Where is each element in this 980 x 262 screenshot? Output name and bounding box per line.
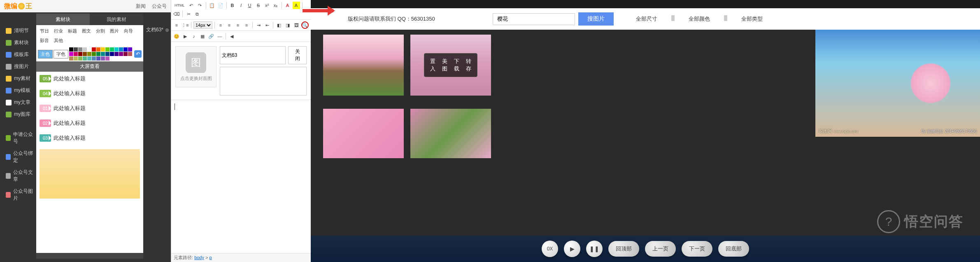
search-input[interactable] — [493, 13, 575, 25]
copy-icon[interactable]: ⧉ — [193, 10, 201, 18]
action-save[interactable]: 转存 — [466, 58, 471, 73]
color-swatch[interactable] — [69, 56, 73, 61]
sidebar-item2-2[interactable]: 公众号文章 — [4, 166, 36, 185]
doc-title-input[interactable] — [220, 46, 286, 64]
sidebar-item-1[interactable]: 素材块 — [4, 37, 36, 49]
image-result[interactable] — [323, 35, 404, 96]
undo-icon[interactable]: ↶ — [134, 50, 142, 58]
html-source-btn[interactable]: HTML — [173, 2, 186, 9]
illustration-template[interactable] — [40, 149, 140, 199]
image-result[interactable] — [323, 109, 404, 158]
sidebar-item-7[interactable]: my图库 — [4, 108, 36, 120]
color-swatch[interactable] — [78, 52, 82, 56]
image-result[interactable] — [410, 109, 491, 158]
path-body-link[interactable]: body — [194, 255, 204, 260]
color-swatch[interactable] — [78, 47, 82, 51]
text-color-icon[interactable]: A — [284, 2, 291, 9]
sidebar-item-2[interactable]: 模板库 — [4, 49, 36, 61]
cut-icon[interactable]: ✂ — [185, 10, 192, 18]
color-swatch[interactable] — [78, 56, 82, 61]
play-icon[interactable]: ▶ — [564, 241, 580, 257]
title-template[interactable]: 02此处输入标题 — [40, 119, 140, 127]
undo-icon[interactable]: ↶ — [188, 2, 195, 9]
color-swatch[interactable] — [74, 52, 78, 56]
filter-type[interactable]: 全部类型 — [740, 15, 764, 23]
emoji-icon[interactable]: 😊 — [173, 33, 180, 40]
color-swatch[interactable] — [101, 52, 105, 56]
hr-icon[interactable]: — — [216, 33, 223, 40]
main-color-btn[interactable]: 主色 — [38, 50, 53, 58]
clear-format-icon[interactable]: ⌫ — [173, 10, 180, 18]
search-button[interactable]: 搜图片 — [578, 12, 614, 26]
link-icon[interactable]: 🔗 — [207, 33, 215, 40]
color-swatch[interactable] — [114, 47, 119, 51]
doc-tab[interactable]: 文档63* ⊗ — [146, 26, 169, 33]
paste-text-icon[interactable]: 📄 — [217, 2, 224, 9]
sidebar-item2-3[interactable]: 公众号图片 — [4, 185, 36, 204]
color-swatch[interactable] — [83, 47, 87, 51]
action-insert[interactable]: 置入 — [430, 58, 435, 73]
color-swatch[interactable] — [114, 52, 119, 56]
image-preview[interactable]: 昵图网 www.nipic.com By 安娜贝拉 20140805173956 — [815, 30, 980, 137]
italic-icon[interactable]: I — [237, 2, 245, 9]
preview-area[interactable]: 05此处输入标题04此处输入标题01此处输入标题02此处输入标题03此处输入标题 — [36, 72, 143, 253]
close-icon[interactable]: ⊗ — [165, 27, 169, 33]
color-swatch[interactable] — [105, 52, 109, 56]
color-swatch[interactable] — [83, 56, 87, 61]
ordered-list-icon[interactable]: ≡ — [173, 21, 180, 29]
color-swatch[interactable] — [110, 52, 114, 56]
category-0[interactable]: 节日 — [38, 27, 51, 35]
title-template[interactable]: 03此处输入标题 — [40, 134, 140, 142]
color-swatch[interactable] — [69, 52, 73, 56]
editor-body[interactable] — [171, 100, 311, 262]
align-left-icon[interactable]: ≡ — [217, 21, 224, 29]
color-swatch[interactable] — [119, 52, 123, 56]
category-3[interactable]: 图文 — [80, 27, 93, 35]
color-swatch[interactable] — [96, 56, 100, 61]
color-swatch[interactable] — [69, 47, 73, 51]
link-wechat[interactable]: 公众号 — [152, 3, 167, 10]
float-right-icon[interactable]: ◨ — [284, 21, 291, 29]
indent-icon[interactable]: ⇥ — [255, 21, 262, 29]
category-8[interactable]: 其他 — [52, 36, 65, 45]
color-swatch[interactable] — [96, 47, 100, 51]
color-swatch[interactable] — [110, 47, 114, 51]
title-template[interactable]: 01此处输入标题 — [40, 105, 140, 112]
category-5[interactable]: 图片 — [108, 27, 121, 35]
category-4[interactable]: 分割 — [94, 27, 107, 35]
color-swatch[interactable] — [119, 47, 123, 51]
title-template[interactable]: 05此处输入标题 — [40, 75, 140, 82]
underline-icon[interactable]: U — [246, 2, 254, 9]
search-image-icon[interactable]: 🔍 — [301, 21, 309, 29]
color-swatch[interactable] — [123, 52, 128, 56]
link-news[interactable]: 新闻 — [136, 3, 146, 10]
pause-icon[interactable]: ❚❚ — [586, 241, 603, 257]
go-bottom-button[interactable]: 回底部 — [718, 241, 749, 257]
color-swatch[interactable] — [128, 52, 132, 56]
sidebar-item-0[interactable]: 清明节 — [4, 25, 36, 37]
table-icon[interactable]: ▦ — [199, 33, 206, 40]
color-swatch[interactable] — [96, 52, 100, 56]
go-top-button[interactable]: 回顶部 — [608, 241, 639, 257]
color-swatch[interactable] — [83, 52, 87, 56]
sidebar-item2-0[interactable]: 申请公众号 — [4, 129, 36, 147]
color-swatch[interactable] — [74, 56, 78, 61]
color-swatch[interactable] — [123, 47, 128, 51]
tab-material-blocks[interactable]: 素材块 — [36, 14, 90, 25]
font-size-select[interactable]: 14px — [193, 21, 212, 29]
color-swatch[interactable] — [105, 47, 109, 51]
superscript-icon[interactable]: x² — [263, 2, 271, 9]
color-swatch[interactable] — [101, 56, 105, 61]
category-7[interactable]: 影音 — [38, 36, 51, 45]
next-page-button[interactable]: 下一页 — [682, 241, 712, 257]
color-swatch[interactable] — [92, 56, 96, 61]
align-right-icon[interactable]: ≡ — [234, 21, 242, 29]
tab-my-material[interactable]: 我的素材 — [90, 14, 143, 25]
filter-size[interactable]: 全部尺寸 — [634, 15, 659, 23]
color-swatch[interactable] — [128, 47, 132, 51]
color-swatch[interactable] — [87, 56, 91, 61]
music-icon[interactable]: ♪ — [190, 33, 198, 40]
zoom-badge[interactable]: 0X — [542, 241, 558, 257]
insert-image-icon[interactable]: 🖼 — [293, 21, 300, 29]
sidebar-item-4[interactable]: my素材 — [4, 73, 36, 84]
